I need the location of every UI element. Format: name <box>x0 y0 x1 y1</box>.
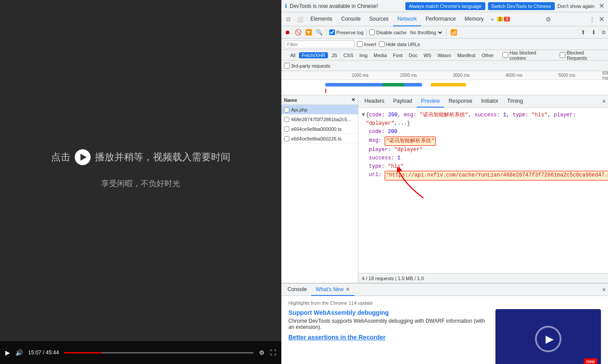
tab-performance[interactable]: Performance <box>421 12 460 26</box>
disable-cache-text: Disable cache <box>376 30 407 35</box>
request-item-468[interactable]: 468e28747f3f72861ba2c5... <box>281 115 358 124</box>
tab-payload[interactable]: Payload <box>389 95 416 108</box>
invert-checkbox[interactable] <box>357 41 363 47</box>
type-media[interactable]: Media <box>371 52 390 58</box>
export-icon[interactable]: ⬇ <box>589 28 598 37</box>
req-checkbox-ts1[interactable] <box>284 126 289 132</box>
notif-close-button[interactable]: ✕ <box>599 2 604 10</box>
blocked-requests-label[interactable]: Blocked Requests <box>560 50 605 61</box>
ruler-mark-2: 2000 ms <box>400 73 417 78</box>
hide-data-urls-text: Hide data URLs <box>386 42 420 47</box>
settings-button[interactable]: ⚙ <box>259 349 265 356</box>
devtools-more-icon[interactable]: ⋮ <box>587 16 597 23</box>
request-item-api[interactable]: Api.php <box>281 105 358 115</box>
tab-console-bottom[interactable]: Console <box>283 284 311 296</box>
type-manifest[interactable]: Manifest <box>455 52 478 58</box>
type-wasm[interactable]: Wasm <box>435 52 454 58</box>
filter-icon[interactable]: 🔽 <box>304 28 313 37</box>
tab-response[interactable]: Response <box>444 95 477 108</box>
hide-data-urls-checkbox[interactable] <box>379 41 385 47</box>
dont-show-again[interactable]: Don't show again <box>557 4 594 9</box>
close-request-list-icon[interactable]: ✕ <box>351 97 355 103</box>
type-font[interactable]: Font <box>390 52 405 58</box>
preserve-log-label[interactable]: Preserve log <box>329 29 364 35</box>
req-name-api: Api.php <box>291 107 355 112</box>
video-area: 点击 播放并稍等，视频载入需要时间 享受闲暇，不负好时光 ▶ 🔊 15:07 /… <box>0 0 281 364</box>
req-checkbox-ts2[interactable] <box>284 136 289 141</box>
tab-console[interactable]: Console <box>337 12 365 26</box>
always-match-button[interactable]: Always match Chrome's language <box>405 2 485 10</box>
switch-devtools-button[interactable]: Switch DevTools to Chinese <box>488 2 555 10</box>
import-icon[interactable]: ⬆ <box>579 28 587 37</box>
bottom-panel: Console What's New ✕ ✕ Highlights from t… <box>281 283 608 364</box>
type-fetch-xhr[interactable]: Fetch/XHR <box>299 52 328 58</box>
type-doc[interactable]: Doc <box>406 52 420 58</box>
record-button[interactable]: ⏺ <box>283 28 292 37</box>
devtools-close-button[interactable]: ✕ <box>597 15 606 23</box>
third-party-label[interactable]: 3rd-party requests <box>284 63 330 68</box>
clear-button[interactable]: 🚫 <box>294 28 302 37</box>
bottom-panel-close[interactable]: ✕ <box>602 287 606 293</box>
tab-memory[interactable]: Memory <box>460 12 488 26</box>
has-blocked-checkbox[interactable] <box>502 52 508 58</box>
third-party-checkbox[interactable] <box>284 63 290 68</box>
throttle-select[interactable]: No throttling Slow 3G Fast 3G <box>408 29 444 36</box>
network-settings-icon[interactable]: ⚙ <box>601 29 606 36</box>
error-badge: 3 <box>504 17 510 22</box>
req-checkbox-468[interactable] <box>284 117 289 122</box>
video-label-desc: 播放并稍等，视频载入需要时间 <box>95 151 230 164</box>
invert-label[interactable]: Invert <box>357 41 376 47</box>
json-url-key: url: <box>369 171 382 179</box>
import-export-area: ⬆ ⬇ <box>579 28 598 37</box>
progress-bar[interactable] <box>64 352 254 353</box>
tab-preview[interactable]: Preview <box>417 95 444 108</box>
inspect-icon[interactable]: ⊡ <box>283 14 294 25</box>
filter-bar: Invert Hide data URLs <box>281 39 608 50</box>
status-bar: 4 / 18 requests | 1.0 MB / 1.0 <box>358 273 608 283</box>
tab-headers[interactable]: Headers <box>360 95 389 108</box>
type-all[interactable]: All <box>288 52 298 58</box>
has-blocked-label[interactable]: Has blocked cookies <box>502 50 553 61</box>
blocked-requests-checkbox[interactable] <box>560 52 565 58</box>
preview-close-button[interactable]: ✕ <box>602 98 606 105</box>
section1-title[interactable]: Support WebAssembly debugging <box>288 309 389 316</box>
whats-new-close-tab[interactable]: ✕ <box>346 286 350 292</box>
devtools-settings-icon[interactable]: ⚙ <box>544 16 553 23</box>
fullscreen-button[interactable]: ⛶ <box>270 349 276 356</box>
play-icon-large[interactable] <box>75 149 91 165</box>
expand-arrow[interactable]: ▼ <box>362 111 365 119</box>
type-js[interactable]: JS <box>329 52 340 58</box>
json-success-key: success: <box>369 154 394 162</box>
json-preview: ▼ {code: 200, msg: "诺讯智能解析系统", success: … <box>358 108 608 273</box>
device-icon[interactable]: ⬜ <box>295 14 305 25</box>
tab-timing[interactable]: Timing <box>503 95 528 108</box>
tab-sources[interactable]: Sources <box>365 12 393 26</box>
tab-elements[interactable]: Elements <box>306 12 337 26</box>
request-item-ts2[interactable]: e664ce9e8ba000226.ts <box>281 134 358 144</box>
search-icon[interactable]: 🔍 <box>315 28 324 37</box>
filter-input[interactable] <box>284 40 354 48</box>
new-badge: new <box>584 358 597 364</box>
type-img[interactable]: Img <box>357 52 370 58</box>
hide-data-urls-label[interactable]: Hide data URLs <box>379 41 420 47</box>
type-css[interactable]: CSS <box>341 52 356 58</box>
volume-button[interactable]: 🔊 <box>15 349 23 356</box>
tab-whats-new[interactable]: What's New ✕ <box>311 284 354 296</box>
disable-cache-checkbox[interactable] <box>369 29 375 35</box>
wifi-icon[interactable]: 📶 <box>449 28 458 37</box>
tab-console-label: Console <box>341 16 360 22</box>
type-other[interactable]: Other <box>479 52 496 58</box>
section2-title[interactable]: Better assertions in the Recorder <box>288 334 386 341</box>
preserve-log-checkbox[interactable] <box>329 29 335 35</box>
more-tabs-button[interactable]: » <box>488 16 496 22</box>
preview-panel: Headers Payload Preview Response Initiat… <box>358 95 608 283</box>
play-button[interactable]: ▶ <box>5 349 10 356</box>
request-item-ts1[interactable]: e664ce9e8ba000000.ts <box>281 124 358 134</box>
req-checkbox-api[interactable] <box>284 107 289 112</box>
tab-initiator[interactable]: Initiator <box>477 95 502 108</box>
disable-cache-label[interactable]: Disable cache <box>369 29 407 35</box>
type-ws[interactable]: WS <box>421 52 434 58</box>
video-label-click: 点击 <box>51 151 70 164</box>
json-player-val: "dplayer" <box>394 146 423 154</box>
tab-network[interactable]: Network <box>393 12 421 26</box>
